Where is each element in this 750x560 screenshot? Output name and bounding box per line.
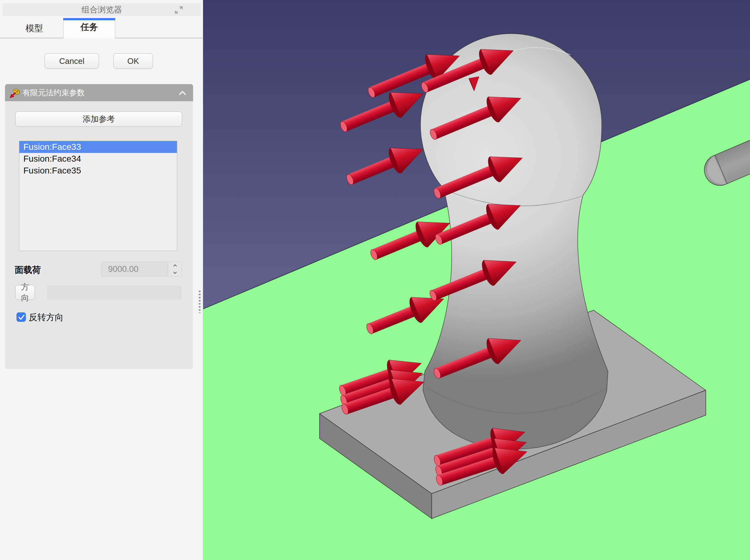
ok-button[interactable]: OK bbox=[114, 53, 153, 69]
reference-item[interactable]: Fusion:Face35 bbox=[19, 165, 177, 177]
reference-listbox[interactable]: Fusion:Face33Fusion:Face34Fusion:Face35 bbox=[19, 141, 177, 251]
cancel-button[interactable]: Cancel bbox=[44, 53, 99, 69]
undock-icon[interactable] bbox=[174, 6, 184, 14]
area-load-spinner[interactable]: 9000.00 bbox=[101, 262, 182, 277]
panel-titlebar: 组合浏览器 bbox=[2, 3, 201, 16]
freecad-window: 组合浏览器 模型 任务 Cancel OK bbox=[0, 0, 750, 560]
combo-view-panel: 组合浏览器 模型 任务 Cancel OK bbox=[0, 0, 203, 560]
add-reference-button[interactable]: 添加参考 bbox=[15, 112, 182, 127]
reverse-direction-label: 反转方向 bbox=[29, 313, 63, 322]
spin-down-icon[interactable] bbox=[168, 269, 182, 276]
fem-constraint-section: 有限元法约束参数 添加参考 Fusion:Face33Fusion:Face34… bbox=[5, 84, 193, 369]
spinner-buttons bbox=[168, 262, 182, 276]
area-load-value: 9000.00 bbox=[108, 262, 139, 276]
section-header: 有限元法约束参数 bbox=[5, 84, 193, 101]
reverse-direction-checkbox[interactable] bbox=[17, 313, 26, 322]
fem-constraint-force-icon bbox=[9, 87, 20, 98]
direction-field[interactable] bbox=[47, 286, 182, 300]
3d-viewport[interactable] bbox=[203, 0, 750, 560]
chevron-up-icon[interactable] bbox=[179, 90, 186, 95]
tab-tasks-label: 任务 bbox=[81, 22, 98, 32]
area-load-label: 面载荷 bbox=[15, 264, 41, 276]
active-tab-accent bbox=[63, 18, 115, 20]
panel-title: 组合浏览器 bbox=[2, 3, 201, 16]
tab-tasks[interactable]: 任务 bbox=[63, 18, 115, 38]
panel-splitter-handle[interactable] bbox=[199, 291, 201, 313]
tab-model[interactable]: 模型 bbox=[13, 19, 56, 38]
reference-item[interactable]: Fusion:Face33 bbox=[19, 141, 177, 153]
spin-up-icon[interactable] bbox=[168, 262, 182, 269]
reference-item[interactable]: Fusion:Face34 bbox=[19, 153, 177, 165]
direction-button[interactable]: 方向 bbox=[15, 285, 35, 300]
section-title: 有限元法约束参数 bbox=[22, 84, 85, 101]
